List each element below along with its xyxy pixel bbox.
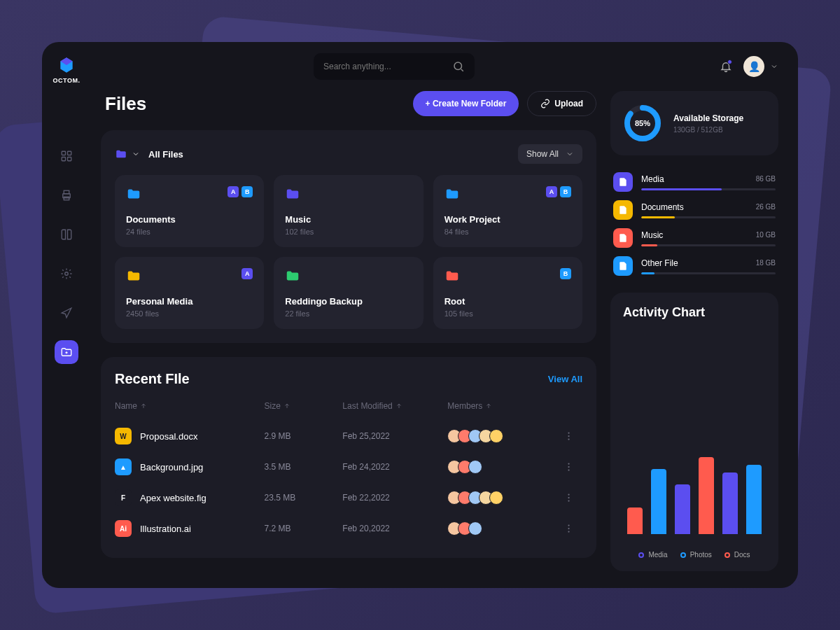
svg-point-7 bbox=[65, 272, 69, 276]
folder-card[interactable]: Music 102 files bbox=[274, 175, 423, 247]
folder-selector[interactable] bbox=[115, 148, 140, 160]
link-icon bbox=[540, 99, 550, 108]
nav-print[interactable] bbox=[55, 183, 78, 207]
folder-icon bbox=[285, 268, 300, 284]
notifications[interactable] bbox=[720, 60, 732, 73]
svg-rect-1 bbox=[68, 151, 71, 155]
grid-icon bbox=[60, 150, 73, 162]
logo[interactable]: OCTOM. bbox=[53, 56, 80, 84]
folder-card[interactable]: B Root 105 files bbox=[433, 257, 582, 329]
file-size: 7.2 MB bbox=[265, 524, 336, 533]
printer-icon bbox=[60, 189, 73, 202]
folder-card[interactable]: A Personal Media 2450 files bbox=[115, 257, 264, 329]
create-folder-button[interactable]: + Create New Folder bbox=[413, 91, 519, 116]
storage-item-size: 26 GB bbox=[756, 203, 776, 211]
legend-item: Photos bbox=[680, 551, 712, 559]
folder-name: Work Project bbox=[444, 214, 571, 225]
nav-files[interactable] bbox=[55, 340, 78, 364]
app-window: OCTOM. 👤 bbox=[42, 42, 798, 588]
file-members bbox=[447, 460, 554, 474]
file-members bbox=[447, 522, 554, 536]
col-name[interactable]: Name bbox=[115, 401, 258, 411]
table-row[interactable]: ▲ Background.jpg 3.5 MB Feb 24,2022 bbox=[115, 451, 582, 482]
row-menu[interactable] bbox=[561, 524, 575, 533]
file-modified: Feb 24,2022 bbox=[342, 462, 440, 472]
show-all-button[interactable]: Show All bbox=[518, 144, 582, 164]
storage-item-name: Documents bbox=[641, 202, 684, 212]
chevron-down-icon bbox=[566, 150, 574, 158]
storage-item[interactable]: Music10 GB bbox=[610, 224, 778, 252]
svg-rect-0 bbox=[62, 151, 65, 155]
folder-add-icon bbox=[60, 346, 73, 358]
svg-point-16 bbox=[568, 497, 569, 498]
col-members[interactable]: Members bbox=[447, 401, 554, 411]
storage-item[interactable]: Documents26 GB bbox=[610, 196, 778, 224]
file-name: Illustration.ai bbox=[140, 524, 191, 534]
upload-button[interactable]: Upload bbox=[527, 91, 596, 116]
chevron-down-icon bbox=[770, 62, 778, 71]
storage-item-name: Other File bbox=[641, 258, 678, 268]
file-modified: Feb 20,2022 bbox=[342, 524, 440, 533]
sort-icon bbox=[140, 402, 147, 410]
svg-rect-5 bbox=[64, 190, 69, 194]
storage-item-size: 18 GB bbox=[756, 259, 776, 267]
storage-item-size: 86 GB bbox=[756, 175, 776, 183]
search-input[interactable] bbox=[323, 62, 445, 71]
folder-card[interactable]: Reddingo Backup 22 files bbox=[274, 257, 423, 329]
table-row[interactable]: W Proposal.docx 2.9 MB Feb 25,2022 bbox=[115, 421, 582, 451]
folder-card[interactable]: AB Documents 24 files bbox=[115, 175, 264, 247]
notification-dot bbox=[727, 59, 732, 64]
table-row[interactable]: F Apex website.fig 23.5 MB Feb 22,2022 bbox=[115, 482, 582, 513]
svg-point-11 bbox=[568, 438, 569, 440]
svg-rect-6 bbox=[64, 197, 69, 200]
col-modified[interactable]: Last Modified bbox=[342, 401, 440, 411]
col-size[interactable]: Size bbox=[265, 401, 336, 411]
storage-title: Available Storage bbox=[673, 113, 766, 123]
storage-item[interactable]: Other File18 GB bbox=[610, 252, 778, 280]
badge: B bbox=[560, 268, 571, 279]
row-menu[interactable] bbox=[561, 462, 575, 472]
nav-settings[interactable] bbox=[55, 262, 78, 286]
row-menu[interactable] bbox=[561, 493, 575, 503]
folder-icon bbox=[126, 186, 141, 202]
svg-point-19 bbox=[568, 528, 569, 529]
row-menu[interactable] bbox=[561, 431, 575, 441]
file-icon: Ai bbox=[115, 520, 132, 537]
storage-item-icon bbox=[613, 228, 633, 248]
folder-count: 84 files bbox=[444, 227, 571, 236]
sidebar: OCTOM. bbox=[42, 42, 91, 588]
folder-icon bbox=[444, 268, 460, 284]
nav-send[interactable] bbox=[55, 301, 78, 325]
search-box[interactable] bbox=[314, 53, 475, 80]
storage-donut: 85% bbox=[623, 104, 662, 143]
svg-point-17 bbox=[568, 500, 569, 501]
folder-card[interactable]: AB Work Project 84 files bbox=[433, 175, 582, 247]
topbar: 👤 bbox=[91, 42, 798, 91]
chart-bar bbox=[651, 469, 666, 535]
table-row[interactable]: Ai Illustration.ai 7.2 MB Feb 20,2022 bbox=[115, 513, 582, 544]
gear-icon bbox=[60, 267, 73, 280]
activity-title: Activity Chart bbox=[623, 305, 766, 320]
view-all-link[interactable]: View All bbox=[548, 374, 582, 384]
storage-item-name: Media bbox=[641, 174, 664, 184]
avatar: 👤 bbox=[743, 56, 764, 77]
nav-docs[interactable] bbox=[55, 223, 78, 246]
more-vertical-icon bbox=[568, 493, 570, 503]
folder-icon bbox=[285, 186, 300, 202]
svg-rect-2 bbox=[62, 158, 65, 161]
folder-name: Root bbox=[444, 296, 571, 307]
badge: A bbox=[546, 186, 557, 197]
nav-dashboard[interactable] bbox=[55, 144, 78, 168]
activity-panel: Activity Chart MediaPhotosDocs bbox=[610, 293, 778, 571]
svg-point-20 bbox=[568, 531, 569, 532]
file-icon bbox=[618, 261, 628, 271]
book-icon bbox=[60, 228, 73, 241]
member-avatar bbox=[468, 460, 482, 474]
member-avatar bbox=[489, 429, 503, 443]
folder-count: 2450 files bbox=[126, 309, 253, 318]
user-menu[interactable]: 👤 bbox=[743, 56, 778, 77]
folder-name: Reddingo Backup bbox=[285, 296, 412, 307]
folder-name: Music bbox=[285, 214, 412, 225]
storage-item[interactable]: Media86 GB bbox=[610, 168, 778, 196]
svg-point-18 bbox=[568, 524, 569, 526]
